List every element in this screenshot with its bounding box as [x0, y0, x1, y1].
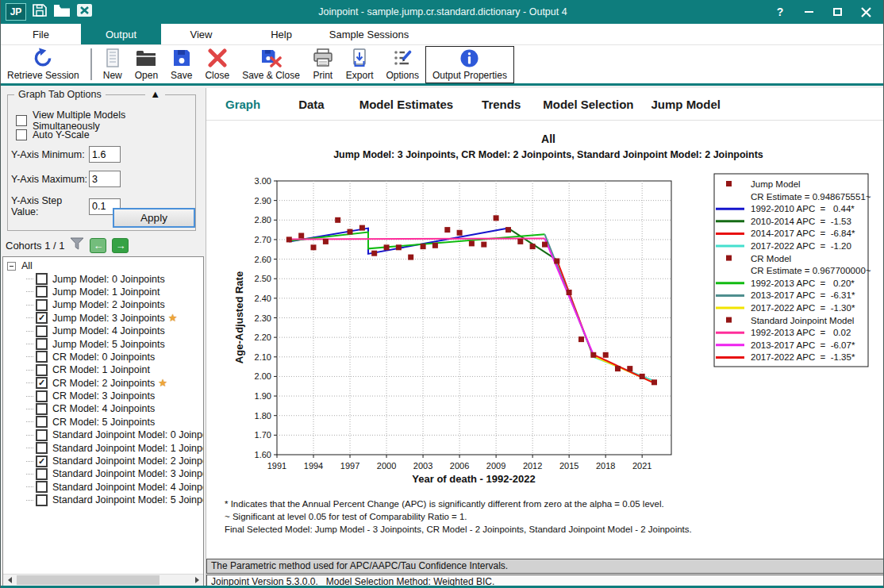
x-tick-label: 2021 [632, 461, 651, 471]
model-checkbox[interactable] [36, 468, 48, 480]
menu-view[interactable]: View [161, 24, 241, 44]
auto-y-scale-checkbox[interactable] [16, 129, 27, 140]
tree-item[interactable]: Standard Joinpoint Model: 0 Joinpoints [3, 429, 203, 441]
data-point [286, 236, 292, 242]
new-button[interactable]: New [97, 46, 129, 83]
model-checkbox[interactable] [36, 481, 48, 493]
options-button[interactable]: Options [380, 46, 425, 83]
tree-connector [26, 382, 33, 383]
scroll-left-icon[interactable] [3, 575, 16, 586]
model-checkbox[interactable] [36, 403, 48, 415]
model-checkbox[interactable] [36, 494, 48, 506]
model-checkbox[interactable] [36, 338, 48, 350]
tab-data[interactable]: Data [298, 98, 325, 111]
model-checkbox[interactable] [36, 442, 48, 454]
output-properties-button[interactable]: Output Properties [425, 46, 514, 83]
chart-footnotes: * Indicates that the Annual Percent Chan… [225, 498, 692, 536]
tree-item[interactable]: CR Model: 5 Joinpoints [3, 416, 203, 429]
tab-model-selection[interactable]: Model Selection [543, 98, 633, 111]
open-session-icon[interactable] [53, 4, 71, 21]
tree-item[interactable]: CR Model: 0 Joinpoints [3, 351, 203, 363]
scrollbar-thumb[interactable] [17, 575, 160, 585]
close-output-button[interactable]: Close [198, 46, 236, 83]
tree-item[interactable]: ✓CR Model: 2 Joinpoints★ [3, 377, 203, 390]
save-and-close-button[interactable]: Save & Close [236, 46, 306, 83]
model-checkbox[interactable] [36, 390, 48, 402]
tree-item[interactable]: Standard Joinpoint Model: 3 Joinpoints [3, 467, 203, 480]
model-checkbox[interactable] [36, 416, 48, 428]
tree-item[interactable]: Standard Joinpoint Model: 4 Joinpoints [3, 481, 203, 494]
tab-trends[interactable]: Trends [482, 98, 521, 111]
y-axis-title: Age-Adjusted Rate [233, 271, 245, 363]
tree-item[interactable]: Jump Model: 5 Joinpoints [3, 337, 203, 350]
filter-funnel-icon[interactable] [70, 237, 84, 253]
tree-item[interactable]: Standard Joinpoint Model: 1 Joinpoint [3, 441, 203, 454]
y-axis-maximum-row: Y-Axis Maximum: [11, 171, 121, 187]
save-session-icon[interactable] [32, 3, 48, 21]
tab-jump-model[interactable]: Jump Model [651, 98, 721, 111]
model-checkbox[interactable] [36, 273, 48, 285]
menu-help[interactable]: Help [241, 24, 321, 44]
view-multiple-models-checkbox[interactable] [16, 115, 27, 126]
model-checkbox[interactable]: ✓ [36, 455, 48, 467]
x-tick-label: 1991 [267, 461, 286, 471]
tree-item[interactable]: CR Model: 1 Joinpoint [3, 363, 203, 376]
print-button[interactable]: Print [306, 46, 340, 83]
tree-item[interactable]: ✓Standard Joinpoint Model: 2 Joinpoints [3, 455, 203, 467]
model-checkbox[interactable] [36, 286, 48, 298]
scroll-right-icon[interactable] [190, 575, 203, 586]
model-label: Standard Joinpoint Model: 4 Joinpoints [52, 482, 203, 493]
maximize-icon[interactable] [826, 3, 848, 21]
help-icon[interactable]: ? [769, 3, 791, 21]
data-point [384, 244, 390, 250]
y-axis-minimum-input[interactable] [89, 146, 121, 163]
y-tick-label: 1.70 [255, 430, 271, 440]
menu-output[interactable]: Output [81, 24, 161, 44]
model-label: CR Model: 4 Joinpoints [52, 403, 155, 414]
collapse-panel-icon[interactable]: ▲ [145, 88, 165, 100]
x-tick-label: 2018 [596, 461, 615, 471]
close-icon[interactable] [855, 3, 877, 21]
tree-item[interactable]: Jump Model: 0 Joinpoints [3, 272, 203, 285]
tab-model-estimates[interactable]: Model Estimates [359, 98, 453, 111]
model-label: Jump Model: 2 Joinpoints [52, 299, 165, 310]
minimize-icon[interactable] [798, 3, 820, 21]
footnote-apc: * Indicates that the Annual Percent Chan… [225, 498, 692, 510]
model-tree-panel: AllJump Model: 0 JoinpointsJump Model: 1… [2, 256, 204, 586]
model-checkbox[interactable] [36, 325, 48, 337]
menu-bar: File Output View Help Sample Sessions [1, 24, 884, 45]
model-checkbox[interactable]: ✓ [36, 312, 48, 324]
tree-item[interactable]: Standard Joinpoint Model: 5 Joinpoints [3, 494, 203, 506]
model-checkbox[interactable] [36, 364, 48, 376]
collapse-node-icon[interactable] [7, 262, 16, 271]
tree-item[interactable]: Jump Model: 2 Joinpoints [3, 298, 203, 311]
model-checkbox[interactable] [36, 429, 48, 441]
retrieve-session-button[interactable]: Retrieve Session [1, 46, 86, 83]
export-button[interactable]: Export [340, 46, 380, 83]
next-cohort-button[interactable]: → [112, 238, 129, 253]
tree-item[interactable]: Jump Model: 4 Joinpoints [3, 325, 203, 337]
model-checkbox[interactable]: ✓ [36, 377, 48, 389]
tab-graph[interactable]: Graph [225, 98, 260, 111]
menu-file[interactable]: File [1, 24, 81, 44]
previous-cohort-button[interactable]: ← [90, 238, 106, 253]
model-checkbox[interactable] [36, 299, 48, 311]
close-window-quick-icon[interactable] [76, 3, 93, 21]
tree-item[interactable]: CR Model: 4 Joinpoints [3, 402, 203, 415]
legend-label: CR Estimate = 0.967700000~ [751, 266, 871, 275]
apply-button[interactable]: Apply [113, 208, 195, 228]
y-axis-maximum-input[interactable] [89, 171, 121, 187]
tree-root-all[interactable]: All [3, 259, 203, 272]
open-button[interactable]: Open [129, 46, 164, 83]
tree-connector [26, 344, 33, 344]
save-button[interactable]: Save [164, 46, 198, 83]
model-checkbox[interactable] [36, 351, 48, 363]
tree-item[interactable]: ✓Jump Model: 3 Joinpoints★ [3, 312, 203, 325]
cohorts-label: Cohorts 1 / 1 [6, 240, 64, 252]
horizontal-scrollbar[interactable] [3, 574, 203, 586]
legend-label: 2010-2014 APC = -1.53 [751, 217, 851, 226]
tree-item[interactable]: Jump Model: 1 Joinpoint [3, 286, 203, 298]
menu-sample-sessions[interactable]: Sample Sessions [321, 24, 417, 44]
tree-item[interactable]: CR Model: 3 Joinpoints [3, 390, 203, 402]
data-point [627, 366, 632, 371]
